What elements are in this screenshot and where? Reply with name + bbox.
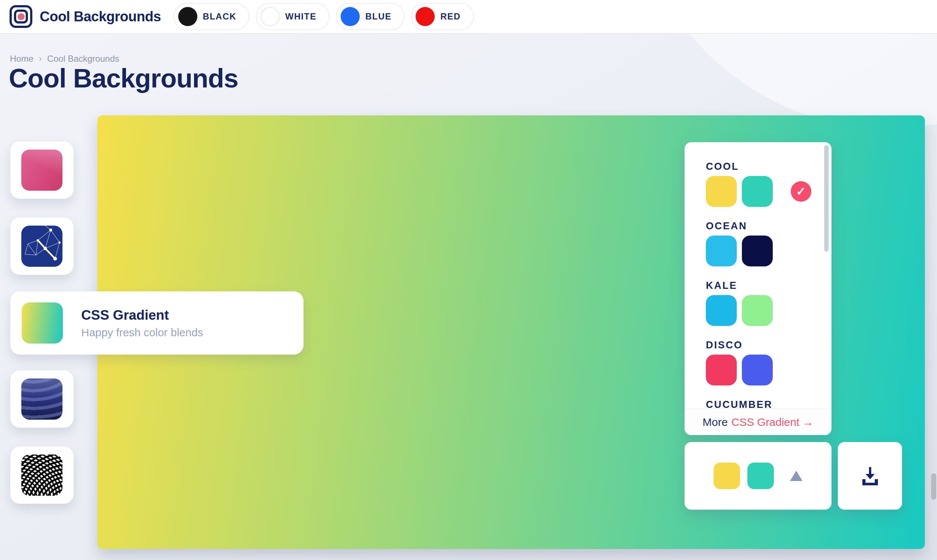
quick-color-buttons: BLACK WHITE BLUE RED	[174, 3, 474, 30]
white-dot-icon	[260, 7, 280, 26]
sidebar-item-gradient-topography[interactable]	[10, 142, 74, 199]
palette-label-disco: DISCO	[706, 340, 832, 350]
palette-label-cucumber: CUCUMBER	[706, 399, 832, 409]
sidebar-item-unsplash[interactable]	[10, 446, 74, 504]
breadcrumb-current: Cool Backgrounds	[47, 54, 119, 64]
palette-option-kale[interactable]	[706, 295, 832, 326]
breadcrumb-separator: ›	[39, 54, 42, 63]
palette-option-cool[interactable]: ✓	[706, 176, 832, 207]
page-title: Cool Backgrounds	[9, 63, 238, 93]
black-button[interactable]: BLACK	[174, 3, 250, 30]
logo-icon	[9, 5, 32, 28]
particles-thumbnail	[21, 378, 63, 420]
blue-button[interactable]: BLUE	[336, 3, 405, 30]
page-scrollbar[interactable]	[931, 473, 936, 500]
palette-swatch	[742, 295, 773, 326]
breadcrumb-home[interactable]: Home	[10, 54, 34, 64]
current-color-2	[748, 463, 774, 489]
palette-panel: COOL ✓ OCEAN KALE DISCO CUCUMBER More CS…	[685, 142, 832, 435]
brand-title: Cool Backgrounds	[40, 9, 161, 25]
sidebar-item-css-gradient[interactable]: CSS Gradient Happy fresh color blends	[10, 291, 303, 355]
palette-swatch	[706, 295, 737, 326]
current-color-1	[714, 463, 740, 489]
white-button[interactable]: WHITE	[256, 3, 329, 30]
palette-swatch	[706, 176, 737, 207]
palette-swatch	[742, 355, 773, 385]
palette-label-ocean: OCEAN	[706, 221, 832, 231]
palette-swatch	[706, 235, 737, 266]
more-css-gradient-link[interactable]: More CSS Gradient →	[685, 409, 832, 435]
more-label: More	[703, 416, 728, 428]
sidebar-item-trianglify[interactable]	[10, 217, 74, 275]
breadcrumb: Home › Cool Backgrounds	[10, 54, 119, 64]
collapse-panel-toggle[interactable]	[790, 471, 803, 481]
black-dot-icon	[178, 7, 197, 26]
sidebar-item-particles[interactable]	[10, 371, 74, 428]
trianglify-thumbnail	[21, 226, 63, 267]
header: Cool Backgrounds BLACK WHITE BLUE RED	[0, 0, 937, 34]
palette-swatch	[742, 235, 773, 266]
css-gradient-link-label: CSS Gradient →	[731, 416, 813, 428]
blue-dot-icon	[341, 7, 360, 26]
selected-check-icon: ✓	[791, 181, 811, 202]
current-colors-card	[685, 442, 832, 510]
palette-swatch	[742, 176, 773, 207]
brand-home-link[interactable]: Cool Backgrounds	[9, 5, 161, 28]
download-button[interactable]	[838, 442, 902, 510]
moire-thumbnail	[21, 455, 63, 496]
palette-label-cool: COOL	[706, 161, 832, 172]
css-gradient-card-title: CSS Gradient	[81, 308, 203, 323]
red-button[interactable]: RED	[411, 3, 474, 30]
palette-scrollbar[interactable]	[824, 145, 829, 252]
red-dot-icon	[415, 7, 435, 26]
gradient-topography-thumbnail	[21, 149, 63, 191]
palette-label-kale: KALE	[706, 280, 832, 291]
download-icon	[858, 464, 882, 488]
palette-option-disco[interactable]	[706, 355, 832, 385]
palette-swatch	[706, 355, 737, 385]
css-gradient-thumbnail	[22, 302, 63, 343]
palette-list: COOL ✓ OCEAN KALE DISCO CUCUMBER	[685, 142, 832, 409]
palette-option-ocean[interactable]	[706, 235, 832, 266]
css-gradient-card-subtitle: Happy fresh color blends	[81, 326, 203, 339]
